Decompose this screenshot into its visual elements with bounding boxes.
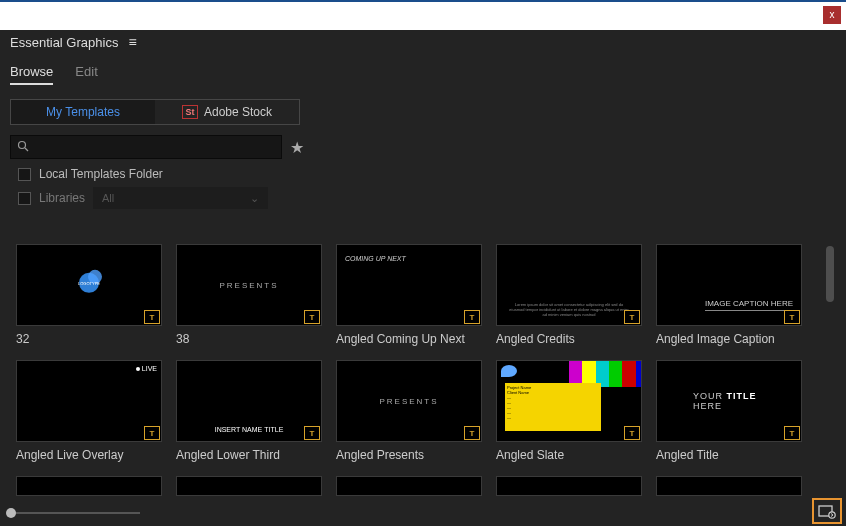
panel-tabs: Browse Edit [0,54,846,85]
template-label: Angled Lower Third [176,448,322,462]
thumb-text: YOUR TITLE HERE [693,391,765,411]
template-thumb [16,476,162,496]
thumb-text: LIVE [136,365,157,372]
mogrt-badge-icon: T [624,310,640,324]
mogrt-badge-icon: T [784,426,800,440]
local-folder-checkbox[interactable] [18,168,31,181]
template-card[interactable]: IMAGE CAPTION HERE T Angled Image Captio… [656,244,802,346]
template-card[interactable]: LOGOTYPE T 32 [16,244,162,346]
source-toggle: My Templates St Adobe Stock [10,99,300,125]
search-input[interactable] [33,140,275,154]
thumb-text: PRESENTS [379,397,438,406]
template-card[interactable]: LIVE T Angled Live Overlay [16,360,162,462]
template-thumb [176,476,322,496]
thumbnail-zoom-slider[interactable] [10,512,140,514]
source-my-templates[interactable]: My Templates [11,100,155,124]
grid-scrollbar[interactable] [826,246,834,302]
search-box[interactable] [10,135,282,159]
adobe-stock-label: Adobe Stock [204,105,272,119]
template-thumb: PRESENTS T [336,360,482,442]
template-thumb [496,476,642,496]
svg-point-6 [829,512,835,518]
template-label: Angled Title [656,448,802,462]
template-card[interactable] [336,476,482,496]
template-thumb: LOGOTYPE T [16,244,162,326]
favorites-star-icon[interactable]: ★ [290,138,304,157]
thumb-text: Lorem ipsum dolor sit amet consectetur a… [507,302,631,317]
template-label: Angled Presents [336,448,482,462]
svg-line-1 [25,148,28,151]
template-card[interactable] [176,476,322,496]
template-card[interactable]: YOUR TITLE HERE T Angled Title [656,360,802,462]
template-label: Angled Live Overlay [16,448,162,462]
template-label: Angled Coming Up Next [336,332,482,346]
filter-libraries-row[interactable]: Libraries All ⌄ [18,187,828,209]
mogrt-badge-icon: T [784,310,800,324]
template-card[interactable]: PRESENTS T 38 [176,244,322,346]
adobe-stock-icon: St [182,105,198,119]
libraries-label: Libraries [39,191,85,205]
local-folder-label: Local Templates Folder [39,167,163,181]
mogrt-badge-icon: T [624,426,640,440]
template-card[interactable]: COMING UP NEXT T Angled Coming Up Next [336,244,482,346]
template-card[interactable]: Project Name Client Name — — — — — T Ang… [496,360,642,462]
tab-browse[interactable]: Browse [10,64,53,85]
zoom-slider-knob[interactable] [6,508,16,518]
template-card[interactable]: INSERT NAME TITLE T Angled Lower Third [176,360,322,462]
template-thumb: COMING UP NEXT T [336,244,482,326]
thumb-text: Project Name Client Name — — — — — [505,383,601,431]
libraries-dropdown[interactable]: All ⌄ [93,187,268,209]
tab-edit[interactable]: Edit [75,64,97,85]
template-thumb: LIVE T [16,360,162,442]
template-thumb: INSERT NAME TITLE T [176,360,322,442]
libraries-checkbox[interactable] [18,192,31,205]
thumb-text: INSERT NAME TITLE [215,426,284,433]
template-label: Angled Credits [496,332,642,346]
template-thumb [336,476,482,496]
templates-grid: LOGOTYPE T 32 PRESENTS T 38 COMING UP NE… [16,244,826,496]
libraries-selected: All [102,192,114,204]
template-card[interactable]: PRESENTS T Angled Presents [336,360,482,462]
template-label: Angled Slate [496,448,642,462]
thumb-text: COMING UP NEXT [345,255,406,262]
template-thumb: Lorem ipsum dolor sit amet consectetur a… [496,244,642,326]
template-label: Angled Image Caption [656,332,802,346]
chevron-down-icon: ⌄ [250,192,259,205]
new-item-button[interactable] [812,498,842,524]
template-thumb [656,476,802,496]
mogrt-badge-icon: T [304,426,320,440]
template-card[interactable] [656,476,802,496]
filter-local-folder-row[interactable]: Local Templates Folder [18,167,828,181]
thumb-text: PRESENTS [219,281,278,290]
template-label: 32 [16,332,162,346]
panel-footer [0,500,846,526]
mogrt-badge-icon: T [304,310,320,324]
search-icon [17,140,29,155]
window-title-bar: x [0,0,846,30]
template-card[interactable]: Lorem ipsum dolor sit amet consectetur a… [496,244,642,346]
templates-grid-wrap: LOGOTYPE T 32 PRESENTS T 38 COMING UP NE… [16,244,826,496]
mogrt-badge-icon: T [464,310,480,324]
mogrt-badge-icon: T [464,426,480,440]
mogrt-badge-icon: T [144,310,160,324]
mogrt-badge-icon: T [144,426,160,440]
template-thumb: PRESENTS T [176,244,322,326]
window-close-button[interactable]: x [823,6,841,24]
source-adobe-stock[interactable]: St Adobe Stock [155,100,299,124]
template-card[interactable] [496,476,642,496]
template-thumb: Project Name Client Name — — — — — T [496,360,642,442]
template-thumb: YOUR TITLE HERE T [656,360,802,442]
template-thumb: IMAGE CAPTION HERE T [656,244,802,326]
svg-text:LOGOTYPE: LOGOTYPE [78,281,100,286]
template-card[interactable] [16,476,162,496]
thumb-text: IMAGE CAPTION HERE [705,299,793,311]
svg-point-0 [19,141,26,148]
search-row: ★ [10,135,836,159]
panel-title: Essential Graphics [10,35,118,50]
panel-menu-icon[interactable]: ≡ [128,35,136,49]
panel-header: Essential Graphics ≡ [0,30,846,54]
template-label: 38 [176,332,322,346]
